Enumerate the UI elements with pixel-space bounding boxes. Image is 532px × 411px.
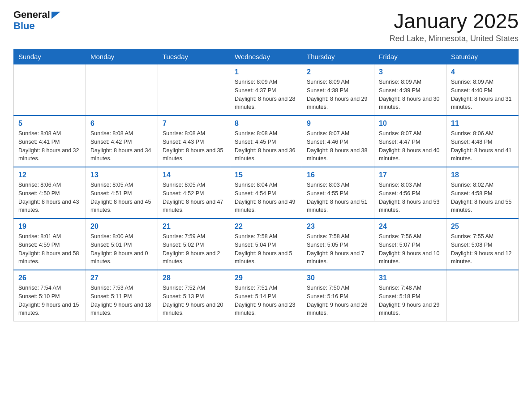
day-number: 19 [18, 223, 81, 231]
day-info: Sunrise: 7:52 AM Sunset: 5:13 PM Dayligh… [163, 284, 225, 317]
calendar-cell: 5Sunrise: 8:08 AM Sunset: 4:41 PM Daylig… [14, 116, 86, 167]
day-number: 26 [18, 274, 81, 282]
day-info: Sunrise: 8:08 AM Sunset: 4:45 PM Dayligh… [235, 129, 297, 163]
day-number: 11 [451, 120, 514, 128]
day-info: Sunrise: 8:09 AM Sunset: 4:38 PM Dayligh… [307, 78, 369, 111]
day-info: Sunrise: 8:04 AM Sunset: 4:54 PM Dayligh… [235, 181, 297, 214]
calendar-cell: 12Sunrise: 8:06 AM Sunset: 4:50 PM Dayli… [14, 167, 86, 218]
day-number: 18 [451, 171, 514, 179]
month-title: January 2025 [390, 9, 519, 33]
calendar-cell: 24Sunrise: 7:56 AM Sunset: 5:07 PM Dayli… [374, 218, 446, 270]
day-info: Sunrise: 7:48 AM Sunset: 5:18 PM Dayligh… [379, 284, 442, 317]
day-number: 4 [451, 68, 514, 76]
day-number: 14 [163, 171, 225, 179]
calendar-cell: 6Sunrise: 8:08 AM Sunset: 4:42 PM Daylig… [86, 116, 158, 167]
calendar-cell: 7Sunrise: 8:08 AM Sunset: 4:43 PM Daylig… [158, 116, 230, 167]
calendar-week-row: 1Sunrise: 8:09 AM Sunset: 4:37 PM Daylig… [14, 64, 519, 116]
calendar-week-row: 12Sunrise: 8:06 AM Sunset: 4:50 PM Dayli… [14, 167, 519, 218]
calendar-cell: 18Sunrise: 8:02 AM Sunset: 4:58 PM Dayli… [446, 167, 519, 218]
calendar-cell: 20Sunrise: 8:00 AM Sunset: 5:01 PM Dayli… [86, 218, 158, 270]
calendar-cell: 4Sunrise: 8:09 AM Sunset: 4:40 PM Daylig… [446, 64, 519, 116]
calendar-cell [86, 64, 158, 116]
day-info: Sunrise: 7:58 AM Sunset: 5:05 PM Dayligh… [307, 232, 369, 266]
logo: General Blue [13, 9, 60, 31]
logo-general-text: General [13, 9, 50, 20]
calendar-week-row: 19Sunrise: 8:01 AM Sunset: 4:59 PM Dayli… [14, 218, 519, 270]
day-info: Sunrise: 8:01 AM Sunset: 4:59 PM Dayligh… [18, 232, 81, 266]
day-info: Sunrise: 8:07 AM Sunset: 4:47 PM Dayligh… [379, 129, 442, 163]
day-info: Sunrise: 7:55 AM Sunset: 5:08 PM Dayligh… [451, 232, 514, 266]
day-number: 1 [235, 68, 297, 76]
logo-blue-text: Blue [13, 21, 60, 31]
day-number: 13 [90, 171, 153, 179]
day-info: Sunrise: 8:02 AM Sunset: 4:58 PM Dayligh… [451, 181, 514, 214]
location-title: Red Lake, Minnesota, United States [390, 34, 519, 43]
calendar-cell: 23Sunrise: 7:58 AM Sunset: 5:05 PM Dayli… [302, 218, 374, 270]
day-info: Sunrise: 8:09 AM Sunset: 4:37 PM Dayligh… [235, 78, 297, 111]
day-number: 10 [379, 120, 442, 128]
calendar-cell: 25Sunrise: 7:55 AM Sunset: 5:08 PM Dayli… [446, 218, 519, 270]
calendar-cell: 14Sunrise: 8:05 AM Sunset: 4:52 PM Dayli… [158, 167, 230, 218]
calendar-cell: 27Sunrise: 7:53 AM Sunset: 5:11 PM Dayli… [86, 270, 158, 321]
calendar-header-monday: Monday [86, 49, 158, 64]
day-number: 31 [379, 274, 442, 282]
day-number: 15 [235, 171, 297, 179]
day-number: 6 [90, 120, 153, 128]
day-info: Sunrise: 8:08 AM Sunset: 4:42 PM Dayligh… [90, 129, 153, 163]
calendar-cell: 9Sunrise: 8:07 AM Sunset: 4:46 PM Daylig… [302, 116, 374, 167]
day-number: 7 [163, 120, 225, 128]
calendar-cell: 1Sunrise: 8:09 AM Sunset: 4:37 PM Daylig… [230, 64, 302, 116]
calendar-cell [446, 270, 519, 321]
calendar-cell: 15Sunrise: 8:04 AM Sunset: 4:54 PM Dayli… [230, 167, 302, 218]
calendar-cell: 13Sunrise: 8:05 AM Sunset: 4:51 PM Dayli… [86, 167, 158, 218]
calendar-header-saturday: Saturday [446, 49, 519, 64]
day-number: 25 [451, 223, 514, 231]
calendar-cell: 16Sunrise: 8:03 AM Sunset: 4:55 PM Dayli… [302, 167, 374, 218]
day-number: 24 [379, 223, 442, 231]
svg-marker-0 [51, 12, 60, 19]
day-info: Sunrise: 8:03 AM Sunset: 4:56 PM Dayligh… [379, 181, 442, 214]
day-info: Sunrise: 8:03 AM Sunset: 4:55 PM Dayligh… [307, 181, 369, 214]
calendar-cell: 17Sunrise: 8:03 AM Sunset: 4:56 PM Dayli… [374, 167, 446, 218]
day-info: Sunrise: 7:58 AM Sunset: 5:04 PM Dayligh… [235, 232, 297, 266]
calendar-cell: 29Sunrise: 7:51 AM Sunset: 5:14 PM Dayli… [230, 270, 302, 321]
day-number: 5 [18, 120, 81, 128]
page-header: General Blue January 2025 Red Lake, Minn… [13, 9, 519, 43]
calendar-cell: 21Sunrise: 7:59 AM Sunset: 5:02 PM Dayli… [158, 218, 230, 270]
day-number: 30 [307, 274, 369, 282]
calendar-week-row: 26Sunrise: 7:54 AM Sunset: 5:10 PM Dayli… [14, 270, 519, 321]
calendar-cell: 10Sunrise: 8:07 AM Sunset: 4:47 PM Dayli… [374, 116, 446, 167]
day-number: 21 [163, 223, 225, 231]
calendar-cell: 31Sunrise: 7:48 AM Sunset: 5:18 PM Dayli… [374, 270, 446, 321]
calendar-cell: 11Sunrise: 8:06 AM Sunset: 4:48 PM Dayli… [446, 116, 519, 167]
calendar-cell: 8Sunrise: 8:08 AM Sunset: 4:45 PM Daylig… [230, 116, 302, 167]
day-number: 12 [18, 171, 81, 179]
calendar-cell: 28Sunrise: 7:52 AM Sunset: 5:13 PM Dayli… [158, 270, 230, 321]
day-info: Sunrise: 8:08 AM Sunset: 4:43 PM Dayligh… [163, 129, 225, 163]
calendar-cell: 2Sunrise: 8:09 AM Sunset: 4:38 PM Daylig… [302, 64, 374, 116]
title-section: January 2025 Red Lake, Minnesota, United… [390, 9, 519, 43]
calendar-cell [158, 64, 230, 116]
day-number: 9 [307, 120, 369, 128]
day-info: Sunrise: 8:05 AM Sunset: 4:52 PM Dayligh… [163, 181, 225, 214]
day-info: Sunrise: 8:09 AM Sunset: 4:39 PM Dayligh… [379, 78, 442, 111]
day-number: 16 [307, 171, 369, 179]
day-info: Sunrise: 7:59 AM Sunset: 5:02 PM Dayligh… [163, 232, 225, 266]
calendar-header-wednesday: Wednesday [230, 49, 302, 64]
day-info: Sunrise: 8:05 AM Sunset: 4:51 PM Dayligh… [90, 181, 153, 214]
day-number: 27 [90, 274, 153, 282]
day-info: Sunrise: 7:53 AM Sunset: 5:11 PM Dayligh… [90, 284, 153, 317]
day-info: Sunrise: 8:06 AM Sunset: 4:48 PM Dayligh… [451, 129, 514, 163]
day-info: Sunrise: 8:08 AM Sunset: 4:41 PM Dayligh… [18, 129, 81, 163]
day-number: 3 [379, 68, 442, 76]
day-number: 2 [307, 68, 369, 76]
day-number: 8 [235, 120, 297, 128]
day-info: Sunrise: 8:09 AM Sunset: 4:40 PM Dayligh… [451, 78, 514, 111]
day-info: Sunrise: 7:51 AM Sunset: 5:14 PM Dayligh… [235, 284, 297, 317]
calendar-cell: 19Sunrise: 8:01 AM Sunset: 4:59 PM Dayli… [14, 218, 86, 270]
day-number: 23 [307, 223, 369, 231]
day-info: Sunrise: 8:06 AM Sunset: 4:50 PM Dayligh… [18, 181, 81, 214]
calendar-cell: 26Sunrise: 7:54 AM Sunset: 5:10 PM Dayli… [14, 270, 86, 321]
calendar-header-row: SundayMondayTuesdayWednesdayThursdayFrid… [14, 49, 519, 64]
calendar-cell: 3Sunrise: 8:09 AM Sunset: 4:39 PM Daylig… [374, 64, 446, 116]
